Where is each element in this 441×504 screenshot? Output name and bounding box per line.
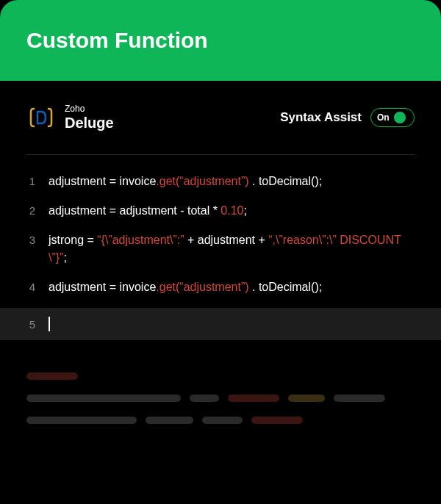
- line-content[interactable]: adjustment = invoice.get(“adjustment”) .…: [49, 278, 415, 296]
- line-number: 5: [26, 317, 35, 331]
- line-content[interactable]: jstrong = “{\”adjustment\”:” + adjustmen…: [49, 231, 415, 267]
- syntax-assist-label: Syntax Assist: [280, 110, 362, 125]
- placeholder-row: [26, 372, 415, 380]
- page-title: Custom Function: [26, 28, 415, 53]
- divider: [26, 154, 415, 155]
- code-line[interactable]: 4adjustment = invoice.get(“adjustment”) …: [26, 278, 415, 296]
- placeholder-block: [251, 417, 303, 424]
- placeholder-row: [26, 395, 415, 402]
- placeholder-block: [202, 417, 243, 424]
- line-number: 1: [26, 173, 35, 190]
- cursor: [49, 317, 50, 331]
- line-number: 3: [26, 231, 35, 249]
- code-line[interactable]: 2adjustment = adjustment - total * 0.10;: [26, 202, 415, 220]
- placeholder-content: [0, 352, 441, 424]
- syntax-assist-toggle[interactable]: On: [370, 108, 415, 127]
- placeholder-block: [146, 417, 193, 424]
- logo: Zoho Deluge: [26, 103, 114, 132]
- code-line[interactable]: 3jstrong = “{\”adjustment\”:” + adjustme…: [26, 231, 415, 267]
- line-content[interactable]: adjustment = invoice.get(“adjustment”) .…: [49, 173, 415, 190]
- code-line[interactable]: 1adjustment = invoice.get(“adjustment”) …: [26, 173, 415, 190]
- header: Custom Function: [0, 0, 441, 81]
- placeholder-block: [334, 395, 385, 402]
- logo-brand: Zoho: [65, 104, 114, 114]
- placeholder-block: [190, 395, 219, 402]
- logo-product: Deluge: [65, 115, 114, 131]
- placeholder-block: [26, 395, 181, 402]
- placeholder-block: [26, 372, 78, 380]
- toolbar: Zoho Deluge Syntax Assist On: [0, 81, 441, 147]
- toggle-on-label: On: [377, 112, 390, 123]
- placeholder-block: [228, 395, 279, 402]
- line-number: 4: [26, 278, 35, 296]
- placeholder-block: [26, 417, 137, 424]
- code-editor[interactable]: 1adjustment = invoice.get(“adjustment”) …: [0, 173, 441, 340]
- line-number: 2: [26, 202, 35, 220]
- active-code-line[interactable]: 5: [0, 308, 441, 340]
- line-content[interactable]: adjustment = adjustment - total * 0.10;: [49, 202, 415, 220]
- placeholder-block: [288, 395, 325, 402]
- placeholder-row: [26, 417, 415, 424]
- toggle-knob: [394, 112, 406, 123]
- deluge-logo-icon: [26, 103, 56, 132]
